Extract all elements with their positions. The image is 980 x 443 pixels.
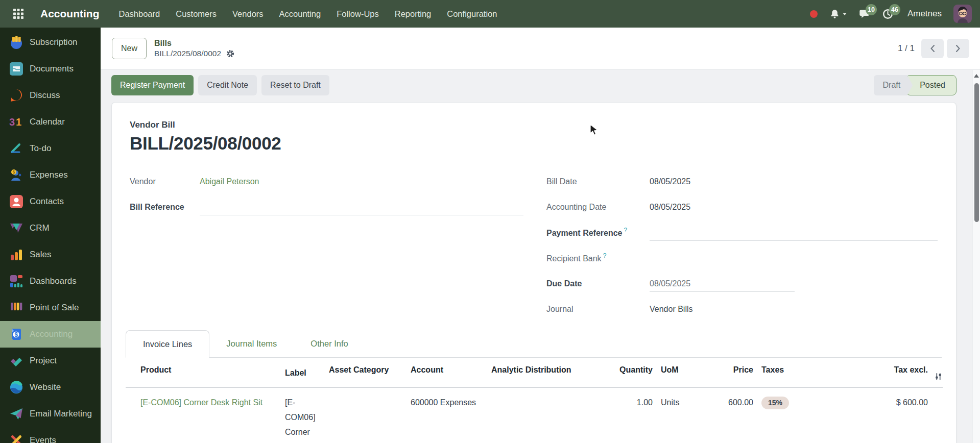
accounting-icon: $ bbox=[9, 327, 23, 341]
topbar-menu-reporting[interactable]: Reporting bbox=[395, 9, 432, 19]
help-icon[interactable]: ? bbox=[624, 227, 628, 234]
sidebar-item-contacts[interactable]: Contacts bbox=[0, 188, 101, 215]
topbar-menu-accounting[interactable]: Accounting bbox=[279, 9, 321, 19]
column-options-icon[interactable] bbox=[932, 358, 943, 387]
field-groups: VendorAbigail PetersonBill Reference Bil… bbox=[130, 169, 938, 322]
svg-text:1: 1 bbox=[16, 116, 21, 128]
svg-text:$: $ bbox=[15, 331, 18, 338]
discuss-icon bbox=[9, 88, 23, 103]
sidebar-item-to-do[interactable]: To-do bbox=[0, 135, 101, 162]
new-button[interactable]: New bbox=[112, 38, 147, 59]
status-step-posted[interactable]: Posted bbox=[906, 75, 957, 95]
sidebar-item-sales[interactable]: Sales bbox=[0, 241, 101, 268]
avatar[interactable] bbox=[953, 5, 972, 23]
scroll-up-arrow[interactable] bbox=[974, 74, 979, 78]
breadcrumb-bills-link[interactable]: Bills bbox=[154, 39, 235, 48]
sidebar-item-label: Accounting bbox=[30, 329, 73, 339]
sidebar-item-label: Contacts bbox=[30, 196, 64, 207]
sidebar-item-expenses[interactable]: $Expenses bbox=[0, 162, 101, 188]
sidebar-item-label: Discuss bbox=[30, 90, 60, 101]
notifications-button[interactable] bbox=[829, 9, 847, 19]
field-value-vendor[interactable]: Abigail Peterson bbox=[200, 177, 523, 186]
cell-quantity: 1.00 bbox=[606, 388, 657, 443]
column-header-uom[interactable]: UoM bbox=[657, 358, 695, 387]
field-value-journal: Vendor Bills bbox=[650, 305, 938, 314]
column-header-analytic-distribution[interactable]: Analytic Distribution bbox=[487, 358, 606, 387]
topbar-menu-vendors[interactable]: Vendors bbox=[232, 9, 264, 19]
sidebar-item-crm[interactable]: CRM bbox=[0, 215, 101, 241]
user-name[interactable]: Ametnes bbox=[907, 9, 942, 19]
sidebar-item-label: Events bbox=[30, 435, 56, 443]
sidebar-item-point-of-sale[interactable]: Point of Sale bbox=[0, 294, 101, 321]
breadcrumb-current: BILL/2025/08/0002 bbox=[154, 49, 235, 58]
sidebar-item-email-marketing[interactable]: Email Marketing bbox=[0, 401, 101, 427]
calendar-icon: 31 bbox=[9, 115, 23, 129]
register-payment-button[interactable]: Register Payment bbox=[111, 75, 194, 95]
sidebar-item-subscription[interactable]: Subscription bbox=[0, 29, 101, 56]
reset-to-draft-button[interactable]: Reset to Draft bbox=[261, 75, 329, 95]
gear-icon[interactable] bbox=[226, 49, 235, 58]
page-title: BILL/2025/08/0002 bbox=[130, 133, 938, 154]
activities-button[interactable]: 46 bbox=[882, 8, 894, 20]
scrollbar-thumb[interactable] bbox=[974, 83, 979, 222]
status-step-draft[interactable]: Draft bbox=[874, 75, 913, 95]
sidebar-item-discuss[interactable]: Discuss bbox=[0, 82, 101, 109]
pager: 1 / 1 bbox=[898, 39, 969, 58]
project-icon bbox=[9, 354, 23, 368]
cell-label: [E-COM06] Corner Desk Right Sit bbox=[279, 388, 325, 443]
topbar-menu: DashboardCustomersVendorsAccountingFollo… bbox=[119, 0, 497, 28]
column-header-product[interactable]: Product bbox=[126, 358, 279, 387]
column-header-quantity[interactable]: Quantity bbox=[606, 358, 657, 387]
sidebar-item-calendar[interactable]: 31Calendar bbox=[0, 109, 101, 135]
column-header-label[interactable]: Label bbox=[279, 358, 325, 387]
credit-note-button[interactable]: Credit Note bbox=[198, 75, 257, 95]
sidebar-item-website[interactable]: Website bbox=[0, 374, 101, 401]
chevron-down-icon bbox=[843, 13, 847, 15]
sidebar-item-documents[interactable]: Documents bbox=[0, 56, 101, 82]
topbar-menu-customers[interactable]: Customers bbox=[176, 9, 217, 19]
field-payment-reference: Payment Reference? bbox=[546, 220, 938, 245]
pager-value: 1 / 1 bbox=[898, 43, 915, 54]
column-header-taxes[interactable]: Taxes bbox=[757, 358, 869, 387]
field-label-journal: Journal bbox=[546, 305, 650, 314]
sidebar-item-events[interactable]: Events bbox=[0, 427, 101, 443]
sidebar-item-project[interactable]: Project bbox=[0, 348, 101, 374]
breadcrumb: Bills BILL/2025/08/0002 bbox=[154, 39, 235, 58]
tab-invoice-lines[interactable]: Invoice Lines bbox=[126, 330, 209, 358]
sidebar-item-accounting[interactable]: $Accounting bbox=[0, 321, 101, 348]
pager-previous-button[interactable] bbox=[921, 39, 944, 58]
field-bill-date: Bill Date08/05/2025 bbox=[546, 169, 938, 194]
apps-grid-icon[interactable] bbox=[11, 6, 26, 21]
chevron-left-icon bbox=[929, 44, 936, 53]
product-link[interactable]: [E-COM06] Corner Desk Right Sit bbox=[140, 398, 262, 407]
sidebar-item-dashboards[interactable]: Dashboards bbox=[0, 268, 101, 294]
messages-button[interactable]: 10 bbox=[858, 8, 870, 20]
sidebar-item-label: Subscription bbox=[30, 37, 78, 47]
column-header-tax-excl[interactable]: Tax excl. bbox=[869, 358, 932, 387]
field-value-payment-reference[interactable] bbox=[650, 225, 938, 241]
field-value-due-date[interactable]: 08/05/2025 bbox=[650, 276, 795, 292]
doc-type-label: Vendor Bill bbox=[130, 120, 938, 130]
table-body: [E-COM06] Corner Desk Right Sit[E-COM06]… bbox=[126, 388, 943, 443]
column-header-account[interactable]: Account bbox=[407, 358, 487, 387]
sidebar-item-label: Project bbox=[30, 356, 57, 366]
record-dot-icon[interactable] bbox=[810, 10, 818, 18]
tab-journal-items[interactable]: Journal Items bbox=[209, 330, 294, 357]
sales-icon bbox=[9, 248, 23, 262]
apps-grid-glyph bbox=[12, 8, 25, 20]
tax-tag: 15% bbox=[761, 397, 789, 409]
column-header-asset-category[interactable]: Asset Category bbox=[325, 358, 407, 387]
fields-right: Bill Date08/05/2025Accounting Date08/05/… bbox=[546, 169, 938, 322]
column-header-price[interactable]: Price bbox=[695, 358, 757, 387]
sidebar-item-label: CRM bbox=[30, 223, 50, 233]
topbar-menu-dashboard[interactable]: Dashboard bbox=[119, 9, 160, 19]
pager-next-button[interactable] bbox=[947, 39, 969, 58]
topbar-menu-follow-ups[interactable]: Follow-Ups bbox=[337, 9, 379, 19]
tab-other-info[interactable]: Other Info bbox=[294, 330, 365, 357]
topbar-menu-configuration[interactable]: Configuration bbox=[447, 9, 497, 19]
statusbar: DraftPosted bbox=[874, 75, 957, 95]
field-value-bill-reference[interactable] bbox=[200, 199, 523, 215]
form-region: Register PaymentCredit NoteReset to Draf… bbox=[101, 70, 980, 442]
help-icon[interactable]: ? bbox=[603, 252, 607, 259]
field-label-payment-reference: Payment Reference? bbox=[546, 227, 650, 238]
